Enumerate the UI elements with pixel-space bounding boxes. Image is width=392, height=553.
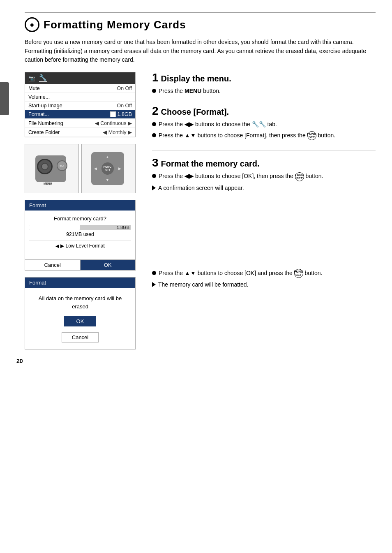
dialog1-ok-btn[interactable]: OK — [81, 259, 136, 270]
camera-dpad-visual: FUNCSET ▲ ▼ ◀ ▶ — [82, 144, 135, 193]
step2-bullet-2: Press the ▲▼ buttons to choose [Format],… — [152, 131, 376, 140]
dialog1-cancel-btn[interactable]: Cancel — [25, 259, 81, 270]
filenumbering-label: File Numbering — [28, 120, 63, 126]
step3-title: Format the memory card. — [161, 159, 260, 169]
func-set-icon-3: FUNCSET — [294, 269, 303, 278]
page-number: 20 — [16, 358, 23, 364]
dialog1-question: Format memory card? — [29, 215, 131, 222]
step3-text-1: Press the ◀▶ buttons to choose [OK], the… — [159, 172, 323, 181]
camera-buttons-area: SET MENU — [25, 144, 136, 193]
progress-bar-fill — [29, 225, 80, 230]
func-set-icon-2: FUNCSET — [295, 172, 304, 181]
low-level-text: ▶ Low Level Format — [60, 243, 105, 249]
menu-screen: 📷 🔧 Mute On Off Volume... Start-up Image… — [25, 72, 136, 137]
low-level-row: ◀ ▶ Low Level Format — [29, 241, 131, 251]
dialog2-cancel-btn[interactable]: Cancel — [62, 332, 99, 342]
dialog1-body: Format memory card? 1.8GB 921MB used ◀ ▶… — [25, 211, 135, 259]
wrench-tab-icon[interactable]: 🔧 — [39, 74, 47, 82]
startup-label: Start-up Image — [28, 103, 62, 109]
mute-value: On Off — [117, 86, 132, 91]
format-box-icon — [110, 111, 116, 117]
dpad-arrow-left: ◀ — [94, 167, 97, 171]
menu-row-startup: Start-up Image On Off — [25, 102, 135, 110]
step3-number: 3 — [152, 157, 159, 169]
bullet-dot — [152, 122, 156, 126]
step2-bullet-1: Press the ◀▶ buttons to choose the 🔧🔧 ta… — [152, 120, 376, 129]
dialog2-body: All data on the memory card will be eras… — [25, 288, 135, 349]
format-dialog-1: Format Format memory card? 1.8GB 921MB u… — [25, 200, 136, 271]
dialog1-header: Format — [25, 200, 135, 211]
step3-arrow-2: The memory card will be formatted. — [152, 280, 376, 289]
dpad-arrow-down: ▼ — [106, 178, 109, 182]
dpad-center: FUNCSET — [101, 162, 114, 175]
page-title: Formatting Memory Cards — [44, 19, 186, 31]
bullet-dot — [152, 133, 156, 137]
used-text: 921MB used — [29, 231, 131, 237]
menu-row-format[interactable]: Format... 1.8GB — [25, 110, 135, 119]
low-level-arrow-left: ◀ — [55, 243, 59, 249]
step1-title: Display the menu. — [161, 74, 231, 83]
step2-number: 2 — [152, 105, 159, 117]
dpad-func-label: FUNCSET — [104, 165, 111, 171]
menu-row-createfolder: Create Folder ◀ Monthly ▶ — [25, 128, 135, 137]
dialog2-ok-btn[interactable]: OK — [64, 316, 97, 326]
intro-line-2: Formatting (initializing) a memory card … — [25, 48, 366, 63]
dpad-arrow-up: ▲ — [106, 155, 109, 159]
step3-bullet-2: Press the ▲▼ buttons to choose [OK] and … — [152, 269, 376, 278]
format-value: 1.8GB — [110, 111, 132, 117]
bullet-dot — [152, 174, 156, 178]
createfolder-value: ◀ Monthly ▶ — [103, 129, 132, 135]
step2-title: Choose [Format]. — [161, 107, 229, 117]
bullet-dot — [152, 271, 156, 275]
dialog2-message: All data on the memory card will be eras… — [33, 294, 127, 310]
step3-text-2: Press the ▲▼ buttons to choose [OK] and … — [159, 269, 322, 278]
intro-text: Before you use a new memory card or one … — [25, 38, 376, 65]
page: ● Formatting Memory Cards Before you use… — [0, 0, 392, 373]
camera-left-visual: SET MENU — [25, 144, 78, 193]
section-divider — [152, 150, 376, 150]
createfolder-label: Create Folder — [28, 130, 60, 135]
step1-body: Press the MENU button. — [152, 87, 376, 95]
menu-row-volume: Volume... — [25, 93, 135, 102]
step1-header: 1 Display the menu. — [152, 72, 376, 83]
progress-bar-size: 1.8GB — [117, 225, 129, 230]
dpad-arrow-right: ▶ — [118, 167, 121, 171]
step-3: 3 Format the memory card. Press the ◀▶ b… — [152, 157, 376, 289]
left-column: 📷 🔧 Mute On Off Volume... Start-up Image… — [25, 72, 144, 356]
camera-left-view: SET MENU — [25, 144, 79, 193]
dialog2-header: Format — [25, 278, 135, 288]
left-tab — [0, 82, 9, 115]
menu-row-mute: Mute On Off — [25, 84, 135, 93]
step1-bullet-1: Press the MENU button. — [152, 87, 376, 95]
format-label: Format... — [28, 111, 49, 117]
step1-number: 1 — [152, 72, 159, 83]
dialog1-header-text: Format — [29, 202, 46, 208]
step-2: 2 Choose [Format]. Press the ◀▶ buttons … — [152, 105, 376, 140]
step2-body: Press the ◀▶ buttons to choose the 🔧🔧 ta… — [152, 120, 376, 140]
filenumbering-value: ◀ Continuous ▶ — [95, 120, 132, 126]
dialog1-buttons: Cancel OK — [25, 259, 135, 270]
startup-value: On Off — [117, 103, 132, 109]
mute-label: Mute — [28, 86, 40, 91]
bullet-dot — [152, 89, 156, 93]
step2-header: 2 Choose [Format]. — [152, 105, 376, 117]
volume-label: Volume... — [28, 94, 50, 100]
dialog2-header-text: Format — [29, 280, 46, 286]
step3-bullet-1: Press the ◀▶ buttons to choose [OK], the… — [152, 172, 376, 181]
arrow-triangle — [152, 185, 156, 190]
step3-header: 3 Format the memory card. — [152, 157, 376, 169]
step2-text-2: Press the ▲▼ buttons to choose [Format],… — [159, 131, 335, 140]
format-size: 1.8GB — [118, 111, 132, 117]
step3-arrow-text-1: A confirmation screen will appear. — [158, 184, 244, 192]
arrow-triangle-2 — [152, 282, 156, 287]
step3-arrow-text-2: The memory card will be formatted. — [158, 280, 248, 289]
main-content: 📷 🔧 Mute On Off Volume... Start-up Image… — [25, 72, 376, 356]
menu-header: 📷 🔧 — [25, 72, 135, 84]
intro-line-1: Before you use a new memory card or one … — [25, 39, 354, 45]
format-dialog-2: Format All data on the memory card will … — [25, 277, 136, 349]
camera-tab-icon[interactable]: 📷 — [28, 75, 35, 81]
section-icon: ● — [25, 17, 39, 32]
step1-text-1: Press the MENU button. — [159, 87, 221, 95]
func-set-icon: FUNCSET — [307, 131, 316, 140]
step-1: 1 Display the menu. Press the MENU butto… — [152, 72, 376, 95]
